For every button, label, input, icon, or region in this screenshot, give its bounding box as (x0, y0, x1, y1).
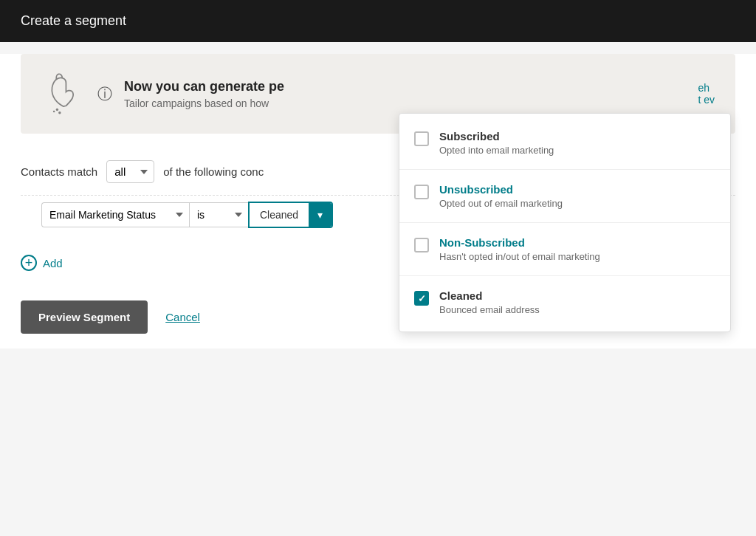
status-dropdown-button[interactable]: ▾ (309, 203, 331, 227)
banner-link[interactable]: eh t ev (698, 82, 715, 106)
dropdown-item-non-subscribed[interactable]: Non-Subscribed Hasn't opted in/out of em… (399, 226, 730, 272)
dropdown-item-subscribed-title: Subscribed (439, 130, 554, 142)
banner-heading: Now you can generate pe (124, 79, 284, 95)
field-select[interactable]: Email Marketing Status (41, 202, 189, 227)
divider-3 (399, 275, 730, 276)
status-dropdown-overlay: Subscribed Opted into email marketing Un… (399, 113, 731, 332)
dropdown-item-non-subscribed-title: Non-Subscribed (439, 236, 600, 249)
svg-point-0 (56, 109, 58, 111)
dropdown-item-unsubscribed[interactable]: Unsubscribed Opted out of email marketin… (399, 173, 730, 219)
main-content: ⓘ Now you can generate pe Tailor campaig… (0, 54, 756, 348)
dropdown-item-subscribed[interactable]: Subscribed Opted into email marketing (399, 120, 730, 166)
page-header: Create a segment (0, 0, 756, 42)
divider-2 (399, 222, 730, 223)
operator-select[interactable]: is is not (189, 202, 248, 227)
checkbox-cleaned[interactable] (414, 291, 429, 306)
checkbox-subscribed[interactable] (414, 131, 429, 146)
conditions-label-suffix: of the following conc (163, 165, 264, 178)
dropdown-item-cleaned[interactable]: Cleaned Bounced email address (399, 279, 730, 326)
checkbox-unsubscribed[interactable] (414, 185, 429, 199)
add-icon: + (21, 255, 37, 271)
hand-icon (41, 72, 86, 116)
status-value-selector[interactable]: Cleaned ▾ (248, 202, 333, 228)
banner-text: Now you can generate pe Tailor campaigns… (124, 79, 284, 109)
page-title: Create a segment (21, 13, 126, 28)
svg-point-1 (58, 111, 61, 114)
preview-segment-button[interactable]: Preview Segment (21, 300, 148, 334)
add-label: Add (43, 257, 63, 269)
add-button[interactable]: + Add (21, 255, 63, 271)
dropdown-item-unsubscribed-title: Unsubscribed (439, 183, 563, 196)
dropdown-item-cleaned-desc: Bounced email address (439, 304, 540, 315)
dropdown-item-subscribed-desc: Opted into email marketing (439, 145, 554, 156)
dropdown-item-non-subscribed-desc: Hasn't opted in/out of email marketing (439, 251, 600, 262)
checkbox-non-subscribed[interactable] (414, 238, 429, 252)
dropdown-item-cleaned-title: Cleaned (439, 289, 540, 302)
divider-1 (399, 169, 730, 170)
cancel-button[interactable]: Cancel (165, 311, 200, 323)
status-value-label: Cleaned (250, 204, 309, 226)
svg-point-2 (53, 111, 55, 113)
match-select[interactable]: all any (106, 160, 154, 183)
banner-description: Tailor campaigns based on how (124, 97, 284, 109)
conditions-label-prefix: Contacts match (21, 165, 97, 178)
info-icon: ⓘ (97, 84, 112, 104)
dropdown-item-unsubscribed-desc: Opted out of email marketing (439, 198, 563, 209)
